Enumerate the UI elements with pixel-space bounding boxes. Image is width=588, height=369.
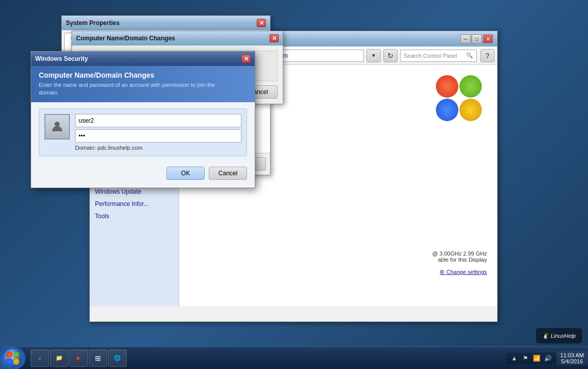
credentials-area: Domain: pdc.linuxhelp.com — [39, 108, 247, 156]
tray-volume-icon[interactable]: 🔊 — [544, 354, 552, 362]
start-button[interactable] — [0, 347, 26, 370]
app-icon: ⊞ — [93, 354, 103, 363]
security-title: Windows Security — [35, 55, 88, 62]
taskbar-folder-button[interactable]: 📁 — [50, 350, 68, 367]
refresh-button[interactable]: ↻ — [383, 49, 398, 62]
tools-label: Tools — [95, 213, 109, 220]
clock-time: 11:03 AM — [560, 352, 584, 358]
taskbar-items: e 📁 ▶ ⊞ 🌐 — [28, 350, 506, 367]
change-settings-link[interactable]: ⚙ Change settings — [439, 269, 487, 275]
start-logo — [6, 352, 19, 365]
taskbar-network-button[interactable]: 🌐 — [108, 350, 127, 367]
close-button[interactable]: ✕ — [483, 34, 493, 43]
search-placeholder: Search Control Panel — [404, 53, 457, 59]
sysprops-title: System Properties — [66, 19, 119, 27]
taskbar-media-button[interactable]: ▶ — [69, 350, 88, 367]
logo-quad-red — [436, 75, 458, 98]
taskbar: e 📁 ▶ ⊞ 🌐 ▲ ⚑ 📶 🔊 11:03 AM 5/4/2016 — [0, 347, 588, 369]
logo-quad-green — [459, 75, 482, 98]
domain-text: Domain: pdc.linuxhelp.com — [75, 145, 241, 151]
security-body: Computer Name/Domain Changes Enter the n… — [31, 66, 255, 188]
minimize-button[interactable]: ─ — [460, 34, 471, 43]
security-ok-button[interactable]: OK — [166, 167, 205, 180]
system-info: @ 3.00GHz 2.99 GHz able for this Display… — [432, 250, 487, 275]
logo-quad-yellow — [459, 99, 482, 121]
media-icon: ▶ — [74, 354, 83, 363]
tray-flag-icon[interactable]: ⚑ — [522, 354, 530, 362]
ie-icon: e — [35, 354, 44, 363]
linuxhelp-label: 🐧 LinuxHelp — [542, 333, 576, 339]
clock-date: 5/4/2016 — [561, 358, 583, 364]
logo-quad-blue — [436, 99, 458, 121]
start-orb — [4, 349, 22, 367]
username-input[interactable] — [75, 114, 241, 127]
performance-label: Performance Infor... — [95, 200, 149, 207]
credentials-fields: Domain: pdc.linuxhelp.com — [75, 114, 241, 151]
sidebar-performance[interactable]: Performance Infor... — [90, 198, 179, 210]
folder-taskbar-icon: 📁 — [55, 354, 64, 363]
user-icon — [51, 121, 63, 133]
security-header-title: Computer Name/Domain Changes — [39, 71, 247, 79]
user-icon-box — [44, 114, 70, 140]
taskbar-ie-button[interactable]: e — [31, 350, 49, 367]
security-header-subtitle: Enter the name and password of an accoun… — [39, 81, 247, 97]
display-text: able for this Display — [432, 257, 487, 263]
compname-titlebar: Computer Name/Domain Changes ✕ — [72, 31, 283, 45]
search-icon[interactable]: 🔍 — [466, 52, 473, 59]
windows-update-label: Windows Update — [95, 188, 141, 195]
windows-logo-container — [436, 75, 482, 121]
taskbar-app-button[interactable]: ⊞ — [89, 350, 107, 367]
security-header: Computer Name/Domain Changes Enter the n… — [31, 66, 255, 102]
window-controls: ─ □ ✕ — [460, 34, 493, 43]
windows-logo — [436, 75, 482, 121]
dialog-windows-security: Windows Security ✕ Computer Name/Domain … — [31, 51, 255, 188]
sysprops-close-button[interactable]: ✕ — [257, 19, 266, 27]
dropdown-button[interactable]: ▼ — [366, 49, 381, 62]
security-cancel-button[interactable]: Cancel — [209, 167, 247, 180]
tray-arrow-icon[interactable]: ▲ — [510, 354, 519, 362]
desktop: System ─ □ ✕ ◄ ► ▲ 📁 Control Panel ▶ Sys… — [0, 0, 588, 369]
tray-clock[interactable]: 11:03 AM 5/4/2016 — [556, 351, 588, 365]
tray-icons: ▲ ⚑ 📶 🔊 — [506, 353, 556, 364]
cpu-info: @ 3.00GHz 2.99 GHz — [432, 250, 487, 257]
security-close-button[interactable]: ✕ — [241, 55, 251, 63]
help-button[interactable]: ? — [480, 49, 495, 62]
compname-title: Computer Name/Domain Changes — [76, 35, 175, 42]
sidebar-tools[interactable]: Tools — [90, 210, 179, 222]
network-icon: 🌐 — [113, 354, 122, 363]
tray-network-tray-icon[interactable]: 📶 — [533, 354, 541, 362]
sysprops-titlebar: System Properties ✕ — [62, 16, 270, 30]
security-titlebar: Windows Security ✕ — [31, 52, 255, 66]
svg-point-0 — [55, 122, 60, 127]
password-input[interactable] — [75, 129, 241, 143]
compname-close-button[interactable]: ✕ — [270, 34, 279, 42]
security-buttons: OK Cancel — [39, 163, 247, 180]
maximize-button[interactable]: □ — [472, 34, 482, 43]
linuxhelp-watermark: 🐧 LinuxHelp — [536, 328, 582, 343]
search-bar[interactable]: Search Control Panel 🔍 — [400, 50, 477, 62]
